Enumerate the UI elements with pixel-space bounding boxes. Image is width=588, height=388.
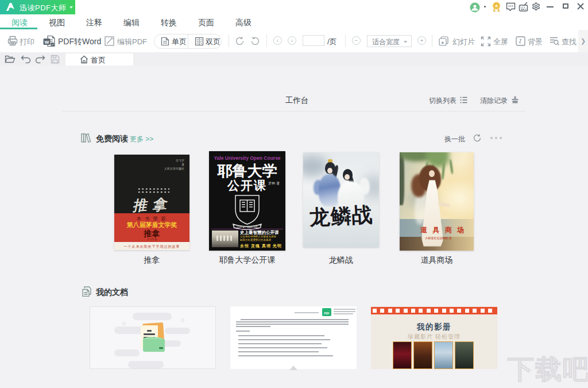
svg-text:LUX ET VERITAS: LUX ET VERITAS xyxy=(237,226,258,229)
svg-text:W: W xyxy=(45,40,49,45)
